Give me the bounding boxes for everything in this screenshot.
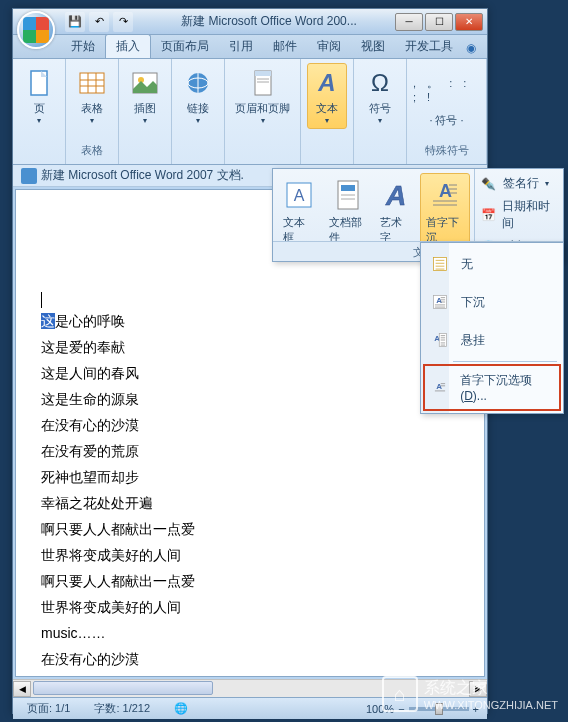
- svg-text:A: A: [385, 180, 406, 211]
- chevron-down-icon: ▾: [90, 116, 94, 125]
- doc-line: 啊只要人人都献出一点爱: [41, 568, 459, 594]
- page-icon: [23, 67, 55, 99]
- svg-text:A: A: [294, 187, 305, 204]
- ribbon: 页 ▾ 表格 ▾ 表格: [13, 59, 487, 165]
- svg-text:A: A: [439, 181, 452, 201]
- tab-review[interactable]: 审阅: [307, 35, 351, 58]
- svg-rect-1: [80, 73, 104, 93]
- symbol-button[interactable]: Ω 符号 ▾: [360, 63, 400, 129]
- word-count-status[interactable]: 字数: 1/212: [88, 699, 156, 718]
- dropcap-none-item[interactable]: 无: [423, 245, 561, 283]
- minimize-button[interactable]: ─: [395, 13, 423, 31]
- omega-icon: Ω: [364, 67, 396, 99]
- dropcap-none-icon: [429, 253, 451, 275]
- chevron-down-icon: ▾: [143, 116, 147, 125]
- table-icon: [76, 67, 108, 99]
- doc-line: 幸福之花处处开遍: [41, 490, 459, 516]
- group-label: [325, 144, 328, 160]
- quickparts-icon: [332, 177, 364, 213]
- watermark-url: WWW.XITONGZHIJIA.NET: [424, 699, 558, 711]
- doc-line: 在没有心的沙漠: [41, 412, 459, 438]
- quick-access-toolbar: 💾 ↶ ↷: [65, 12, 133, 32]
- doc-line: 在没有爱的荒原: [41, 438, 459, 464]
- table-button[interactable]: 表格 ▾: [72, 63, 112, 129]
- menu-separator: [453, 361, 557, 362]
- signature-icon: ✒️: [481, 176, 497, 192]
- watermark: ⌂ 系统之家 WWW.XITONGZHIJIA.NET: [382, 676, 558, 712]
- tab-mail[interactable]: 邮件: [263, 35, 307, 58]
- dropcap-margin-icon: A: [429, 329, 451, 351]
- group-label: [261, 144, 264, 160]
- page-status[interactable]: 页面: 1/1: [21, 699, 76, 718]
- symbol-sublabel[interactable]: · 符号 ·: [429, 113, 463, 128]
- ribbon-group-table: 表格 ▾ 表格: [66, 59, 119, 164]
- tab-reference[interactable]: 引用: [219, 35, 263, 58]
- group-label: 特殊符号: [425, 141, 469, 160]
- qat-save-button[interactable]: 💾: [65, 12, 85, 32]
- doc-line: 死神也望而却步: [41, 464, 459, 490]
- chevron-down-icon: ▾: [545, 179, 549, 188]
- doc-line: 这是人间的春风: [41, 360, 459, 386]
- chevron-down-icon: ▾: [378, 116, 382, 125]
- doc-line: 这是爱的奉献: [41, 334, 459, 360]
- text-button[interactable]: A 文本 ▾: [307, 63, 347, 129]
- maximize-button[interactable]: ☐: [425, 13, 453, 31]
- group-label: 表格: [81, 141, 103, 160]
- word-doc-icon: [21, 168, 37, 184]
- scroll-left-button[interactable]: ◀: [13, 681, 31, 697]
- header-footer-button[interactable]: 页眉和页脚 ▾: [231, 63, 294, 129]
- document-area[interactable]: 这是心的呼唤 这是爱的奉献 这是人间的春风 这是生命的源泉 在没有心的沙漠 在没…: [15, 189, 485, 677]
- dropcap-margin-item[interactable]: A 悬挂: [423, 321, 561, 359]
- dropcap-dropped-icon: A: [429, 291, 451, 313]
- link-button[interactable]: 链接 ▾: [178, 63, 218, 129]
- illustration-button[interactable]: 插图 ▾: [125, 63, 165, 129]
- svg-text:A: A: [317, 69, 335, 96]
- chevron-down-icon: ▾: [196, 116, 200, 125]
- tab-start[interactable]: 开始: [61, 35, 105, 58]
- ribbon-tabs: 开始 插入 页面布局 引用 邮件 审阅 视图 开发工具 ◉: [13, 35, 487, 59]
- page-button[interactable]: 页 ▾: [19, 63, 59, 129]
- ribbon-group-header-footer: 页眉和页脚 ▾: [225, 59, 301, 164]
- chevron-down-icon: ▾: [37, 116, 41, 125]
- doc-line: music……: [41, 620, 459, 646]
- tab-insert[interactable]: 插入: [105, 34, 151, 58]
- text-icon: A: [311, 67, 343, 99]
- chevron-down-icon: ▾: [261, 116, 265, 125]
- ribbon-group-page: 页 ▾: [13, 59, 66, 164]
- link-icon: [182, 67, 214, 99]
- dropcap-dropped-item[interactable]: A 下沉: [423, 283, 561, 321]
- punctuation-list: , 。 : : ; !: [413, 76, 480, 103]
- wordart-icon: A: [380, 177, 412, 213]
- picture-icon: [129, 67, 161, 99]
- dropcap-options-icon: A: [429, 377, 450, 399]
- qat-redo-button[interactable]: ↷: [113, 12, 133, 32]
- qat-undo-button[interactable]: ↶: [89, 12, 109, 32]
- tab-layout[interactable]: 页面布局: [151, 35, 219, 58]
- tab-view[interactable]: 视图: [351, 35, 395, 58]
- textbox-icon: A: [283, 177, 315, 213]
- doc-line: 啊只要人人都献出一点爱: [41, 516, 459, 542]
- selected-text: 这: [41, 313, 55, 329]
- datetime-button[interactable]: 📅 日期和时间: [481, 198, 557, 232]
- svg-rect-12: [255, 71, 271, 76]
- lang-status[interactable]: 🌐: [168, 700, 194, 717]
- help-button[interactable]: ◉: [463, 38, 479, 58]
- signature-line-button[interactable]: ✒️ 签名行 ▾: [481, 175, 557, 192]
- dropcap-options-item[interactable]: A 首字下沉选项(D)...: [423, 364, 561, 411]
- scroll-thumb[interactable]: [33, 681, 213, 695]
- ribbon-group-special-symbol: , 。 : : ; ! · 符号 · 特殊符号: [407, 59, 487, 164]
- group-label: [196, 144, 199, 160]
- titlebar: 💾 ↶ ↷ 新建 Microsoft Office Word 200... ─ …: [13, 9, 487, 35]
- document-content: 这是心的呼唤 这是爱的奉献 这是人间的春风 这是生命的源泉 在没有心的沙漠 在没…: [16, 190, 484, 677]
- header-footer-icon: [247, 67, 279, 99]
- ribbon-group-symbol: Ω 符号 ▾: [354, 59, 407, 164]
- office-button[interactable]: [17, 11, 55, 49]
- tab-dev[interactable]: 开发工具: [395, 35, 463, 58]
- doc-line: 这是生命的源泉: [41, 386, 459, 412]
- group-label: [378, 144, 381, 160]
- document-tab-label: 新建 Microsoft Office Word 2007 文档.: [41, 167, 244, 184]
- svg-rect-30: [433, 257, 446, 270]
- window-controls: ─ ☐ ✕: [395, 13, 483, 31]
- dropcap-dropdown-menu: 无 A 下沉 A 悬挂 A 首字下沉选项(D)...: [420, 242, 564, 414]
- close-button[interactable]: ✕: [455, 13, 483, 31]
